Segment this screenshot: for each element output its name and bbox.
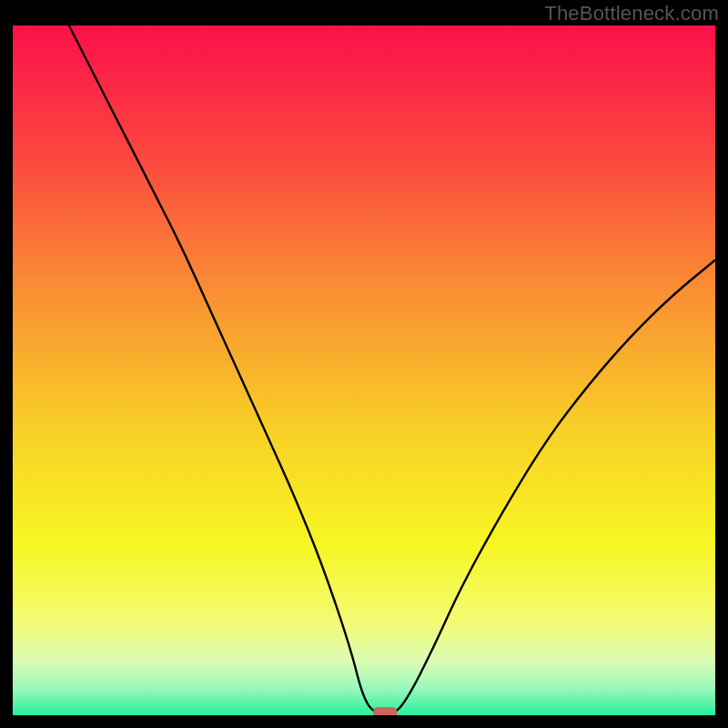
attribution-text: TheBottleneck.com [544,2,719,25]
optimal-marker [373,707,397,715]
chart-frame [13,25,715,715]
gradient-background [13,25,715,715]
bottleneck-chart [13,25,715,715]
